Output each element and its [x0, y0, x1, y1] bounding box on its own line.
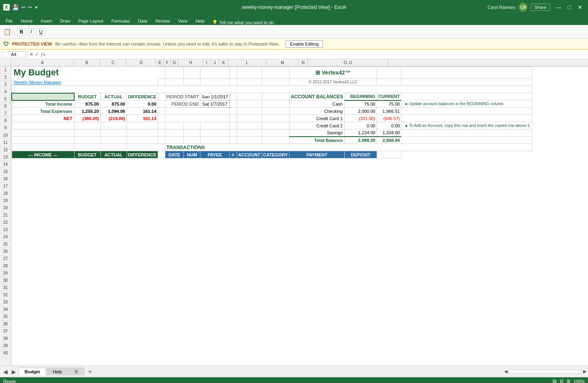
- col-header-D: D: [126, 59, 156, 66]
- txn-h-date: DATE: [165, 151, 183, 158]
- tab-copyright[interactable]: ©: [69, 368, 84, 375]
- normal-view-icon[interactable]: ▤: [553, 379, 557, 383]
- tell-me[interactable]: Tell me what you want to do: [219, 20, 274, 25]
- hint-add: ◄ To Add an Account, copy this row and i…: [401, 122, 532, 129]
- quick-access-save[interactable]: 💾: [12, 4, 19, 10]
- cc1-begin: (321.00): [344, 115, 377, 122]
- txn-h-s: S: [229, 151, 237, 158]
- col-header-F: F: [164, 59, 171, 66]
- sheet-title: My Budget: [12, 67, 158, 79]
- share-button[interactable]: Share: [531, 4, 550, 11]
- actual-col-h: ACTUAL: [100, 93, 127, 100]
- formula-input[interactable]: [47, 52, 586, 57]
- ribbon-underline-btn[interactable]: U: [37, 28, 45, 35]
- col-header-N: N: [299, 59, 308, 66]
- row-numbers: 1234567891011121314151617181920212223242…: [0, 67, 11, 366]
- savings-label: Savings: [289, 129, 344, 137]
- checking-label: Checking: [289, 108, 344, 115]
- scroll-left-icon[interactable]: ◀: [504, 369, 507, 374]
- income-header: --- INCOME ---: [12, 151, 74, 158]
- formula-bar: ✕ ✓ ƒx: [0, 50, 588, 59]
- quick-access-redo[interactable]: ↪: [28, 4, 32, 10]
- user-avatar: CR: [519, 3, 528, 12]
- tab-insert[interactable]: Insert: [37, 17, 56, 25]
- col-header-K: K: [219, 59, 228, 66]
- cc1-label: Credit Card 1: [289, 115, 344, 122]
- txn-h-payment: PAYMENT: [289, 151, 344, 158]
- tab-page-layout[interactable]: Page Layout: [74, 17, 107, 25]
- page-break-view-icon[interactable]: ⊞: [567, 379, 570, 383]
- tab-review[interactable]: Review: [151, 17, 174, 25]
- tab-next-icon[interactable]: ▶: [10, 368, 18, 375]
- titlebar-left: X 💾 ↩ ↪ ▼: [3, 4, 38, 10]
- tab-help[interactable]: Help: [47, 368, 68, 375]
- txn-h-payee: PAYEE: [200, 151, 229, 158]
- savings-cur: 1,334.00: [377, 129, 401, 137]
- protected-view-bar: 🛡 PROTECTED VIEW Be careful—files from t…: [0, 39, 588, 50]
- current-col-h: CURRENT: [377, 93, 401, 100]
- cc2-begin: 0.00: [344, 122, 377, 129]
- subtitle-link[interactable]: Weekly Money Manager: [12, 79, 158, 86]
- cash-cur: 75.00: [377, 100, 401, 108]
- selected-cell[interactable]: [12, 93, 74, 100]
- quick-access-undo[interactable]: ↩: [21, 4, 25, 10]
- period-end-value: Sat 1/7/2017: [200, 100, 229, 108]
- insert-function-icon[interactable]: ƒx: [41, 52, 46, 57]
- titlebar-right: Caryl Ramsey CR Share — □ ✕: [488, 3, 585, 12]
- total-begin: 2,988.00: [344, 137, 377, 144]
- tab-data[interactable]: Data: [134, 17, 151, 25]
- tab-formulas[interactable]: Formulas: [107, 17, 134, 25]
- cc1-cur: (506.57): [377, 115, 401, 122]
- col-header-J: J: [211, 59, 219, 66]
- total-exp-label: Total Expenses: [12, 108, 74, 115]
- tab-budget[interactable]: Budget: [19, 368, 46, 375]
- tab-prev-icon[interactable]: ◀: [2, 368, 9, 375]
- ribbon-bold-btn[interactable]: B: [17, 28, 26, 35]
- close-button[interactable]: ✕: [575, 3, 585, 11]
- tab-view[interactable]: View: [174, 17, 192, 25]
- diff-col-h: DIFFERENCE: [127, 93, 158, 100]
- col-header-C: C: [100, 59, 126, 66]
- grid-area[interactable]: My Budget⊞ Vertex42™Weekly Money Manager…: [11, 67, 588, 366]
- excel-logo-icon: X: [3, 4, 10, 10]
- tab-help[interactable]: Help: [192, 17, 209, 25]
- checking-begin: 2,000.00: [344, 108, 377, 115]
- total-cur: 2,868.94: [377, 137, 401, 144]
- zoom-level: 100%: [573, 379, 585, 383]
- minimize-button[interactable]: —: [553, 3, 564, 11]
- cash-begin: 75.00: [344, 100, 377, 108]
- scroll-right-icon[interactable]: ▶: [583, 369, 586, 374]
- shield-icon: 🛡: [3, 41, 9, 47]
- col-header-O: O..U: [308, 59, 388, 66]
- maximize-button[interactable]: □: [565, 3, 573, 11]
- tab-file[interactable]: File: [2, 17, 17, 25]
- confirm-formula-icon[interactable]: ✓: [35, 52, 39, 57]
- copyright: © 2012-2017 Vertex42 LLC: [289, 79, 377, 86]
- hint-balances: ◄ Update account balances in the BEGINNI…: [401, 100, 532, 108]
- quick-access-customize[interactable]: ▼: [34, 5, 38, 10]
- titlebar: X 💾 ↩ ↪ ▼ weekly-money-manager [Protecte…: [0, 0, 588, 15]
- cell-reference-box[interactable]: [2, 51, 26, 58]
- protected-view-message: Be careful—files from the Internet can c…: [55, 42, 279, 46]
- col-header-I: I: [203, 59, 211, 66]
- ribbon-italic-btn[interactable]: I: [28, 28, 34, 35]
- col-header-M: M: [267, 59, 299, 66]
- cc2-label: Credit Card 2: [289, 122, 344, 129]
- col-header-E: E: [156, 59, 164, 66]
- period-start-label: PERIOD START: [165, 93, 200, 100]
- page-layout-view-icon[interactable]: ⊟: [560, 379, 563, 383]
- cancel-formula-icon[interactable]: ✕: [29, 52, 33, 57]
- tab-home[interactable]: Home: [17, 17, 37, 25]
- formula-bar-divider: [27, 51, 28, 58]
- status-bar: Ready ▤ ⊟ ⊞ 100%: [0, 377, 588, 383]
- ribbon-clipboard-icon: 📋: [3, 28, 11, 35]
- ribbon-toolbar: 📋 | B I U: [0, 25, 588, 39]
- add-sheet-button[interactable]: +: [85, 367, 95, 376]
- tab-draw[interactable]: Draw: [56, 17, 75, 25]
- col-header-L: L: [228, 59, 267, 66]
- enable-editing-button[interactable]: Enable Editing: [286, 40, 323, 48]
- txn-h-num: NUM: [184, 151, 200, 158]
- col-header-A: A: [11, 59, 74, 66]
- beginning-col-h: BEGINNING: [344, 93, 377, 100]
- window-controls: — □ ✕: [553, 3, 585, 11]
